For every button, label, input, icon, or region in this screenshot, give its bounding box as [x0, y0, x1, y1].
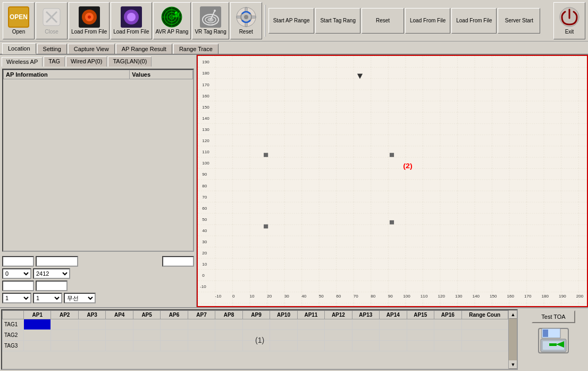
exit-button[interactable]: Exit: [553, 2, 585, 39]
svg-text:150: 150: [490, 294, 497, 299]
sub-tab-tag[interactable]: TAG: [44, 56, 65, 67]
ap-marker-3: [264, 225, 268, 229]
save-button[interactable]: [537, 327, 569, 354]
start-tag-rang-button[interactable]: Start Tag Rang: [315, 8, 360, 34]
select-mode[interactable]: 무선유선: [64, 293, 96, 303]
cell-tag1-ap13: [352, 319, 379, 330]
load-from-file-4-button[interactable]: Load From File: [451, 8, 497, 34]
avr-ap-range-button[interactable]: AVR AP Rang: [153, 2, 191, 39]
start-ap-range-button[interactable]: Start AP Range: [268, 8, 315, 34]
load-from-file-3-button[interactable]: Load From File: [405, 8, 450, 34]
left-table-container: AP Information Values: [2, 69, 194, 252]
tab-ap-range-result[interactable]: AP Range Result: [116, 44, 172, 54]
svg-text:100: 100: [403, 294, 410, 299]
svg-text:110: 110: [421, 294, 428, 299]
svg-text:140: 140: [202, 116, 209, 121]
reset-button-icon[interactable]: Reset: [230, 2, 262, 39]
tab-range-trace[interactable]: Range Trace: [173, 44, 219, 54]
ap-marker-4: [390, 220, 394, 225]
control-input-4[interactable]: [2, 281, 34, 291]
sub-tab-wireless-ap[interactable]: Wireless AP: [2, 57, 43, 67]
open-button[interactable]: OPEN Open: [3, 2, 35, 39]
col-ap1: AP1: [24, 311, 51, 319]
svg-text:0: 0: [202, 274, 205, 278]
col-values: Values: [130, 70, 193, 79]
select-freq[interactable]: 241224372462: [33, 268, 70, 279]
svg-text:150: 150: [202, 105, 209, 110]
left-panel: Wireless AP TAG Wired AP(0) TAG(LAN)(0) …: [0, 55, 197, 307]
cell-tag1-ap16: [434, 319, 461, 330]
svg-text:40: 40: [301, 294, 307, 299]
range-table: AP1 AP2 AP3 AP4 AP5 AP6 AP7 AP8 AP9 AP10…: [2, 310, 508, 351]
cell-tag1-ap15: [407, 319, 434, 330]
scroll-up-button[interactable]: ▲: [509, 310, 517, 319]
vr-tag-rang-button[interactable]: VR Tag Rang: [192, 2, 229, 39]
svg-text:-10: -10: [200, 285, 206, 290]
tab-capture-view[interactable]: Capture View: [68, 44, 115, 54]
load-from-file-2-button[interactable]: Load From File: [111, 2, 152, 39]
vertical-scrollbar[interactable]: ▲ ▼: [508, 310, 517, 369]
ap-marker-1: [264, 153, 268, 157]
cell-tag1-ap3: [78, 319, 105, 330]
reset-label: Reset: [239, 29, 253, 35]
server-start-button[interactable]: Server Start: [498, 8, 540, 34]
svg-text:-10: -10: [215, 294, 222, 299]
sub-tab-tag-lan[interactable]: TAG(LAN)(0): [108, 56, 152, 67]
load-from-file-1-button[interactable]: Load From File: [69, 2, 110, 39]
col-ap9: AP9: [242, 311, 270, 319]
svg-text:0: 0: [232, 294, 235, 299]
control-input-3[interactable]: [162, 256, 194, 267]
cell-tag1-ap1: [24, 319, 51, 330]
right-buttons: Test TOA: [519, 308, 588, 371]
col-range-count: Range Coun: [461, 311, 508, 319]
reset-button[interactable]: Reset: [362, 8, 404, 34]
svg-text:90: 90: [202, 172, 207, 177]
sub-tab-wired-ap[interactable]: Wired AP(0): [66, 56, 107, 67]
map-label-2: (2): [403, 161, 412, 170]
tab-setting[interactable]: Setting: [37, 44, 67, 54]
tab-location[interactable]: Location: [2, 43, 36, 54]
select-val1[interactable]: 123: [2, 293, 31, 303]
svg-text:170: 170: [524, 294, 532, 299]
svg-point-19: [175, 12, 177, 14]
svg-text:130: 130: [455, 294, 463, 299]
svg-rect-32: [251, 16, 256, 18]
col-ap8: AP8: [215, 311, 242, 319]
select-channel[interactable]: 012: [2, 268, 31, 279]
svg-text:70: 70: [354, 294, 359, 299]
test-toa-button[interactable]: Test TOA: [532, 310, 575, 323]
table-row: TAG2: [3, 330, 508, 341]
close-button[interactable]: Close: [36, 2, 68, 39]
col-ap10: AP10: [270, 311, 297, 319]
select-val2[interactable]: 123: [33, 293, 62, 303]
col-ap3: AP3: [78, 311, 105, 319]
svg-text:110: 110: [202, 150, 209, 154]
scroll-down-button[interactable]: ▼: [509, 360, 517, 369]
map-area: 190 180 170 160 150 140 130 120 110 100 …: [197, 55, 588, 307]
vr-tag-rang-label: VR Tag Rang: [195, 29, 226, 35]
svg-rect-35: [198, 56, 587, 306]
svg-text:120: 120: [438, 294, 445, 299]
col-ap15: AP15: [407, 311, 434, 319]
svg-text:20: 20: [267, 294, 272, 299]
control-input-2[interactable]: [36, 256, 78, 267]
svg-rect-31: [237, 16, 241, 18]
control-input-5[interactable]: [36, 281, 68, 291]
power-icon: [559, 6, 580, 28]
cell-tag1-ap4: [106, 319, 133, 330]
col-ap16: AP16: [434, 311, 461, 319]
load-file-2-icon: [121, 6, 142, 28]
map-svg: 190 180 170 160 150 140 130 120 110 100 …: [198, 56, 587, 306]
col-ap7: AP7: [188, 311, 215, 319]
svg-text:10: 10: [250, 294, 255, 299]
control-input-1[interactable]: [2, 256, 34, 267]
col-ap14: AP14: [380, 311, 407, 319]
table-row: TAG1: [3, 319, 508, 330]
row-tag2-label: TAG2: [3, 330, 24, 341]
open-icon: OPEN: [8, 6, 29, 28]
svg-text:10: 10: [202, 262, 207, 267]
vr-tag-icon: [200, 6, 221, 28]
col-ap13: AP13: [352, 311, 379, 319]
svg-rect-81: [543, 329, 548, 337]
svg-text:70: 70: [202, 195, 207, 200]
